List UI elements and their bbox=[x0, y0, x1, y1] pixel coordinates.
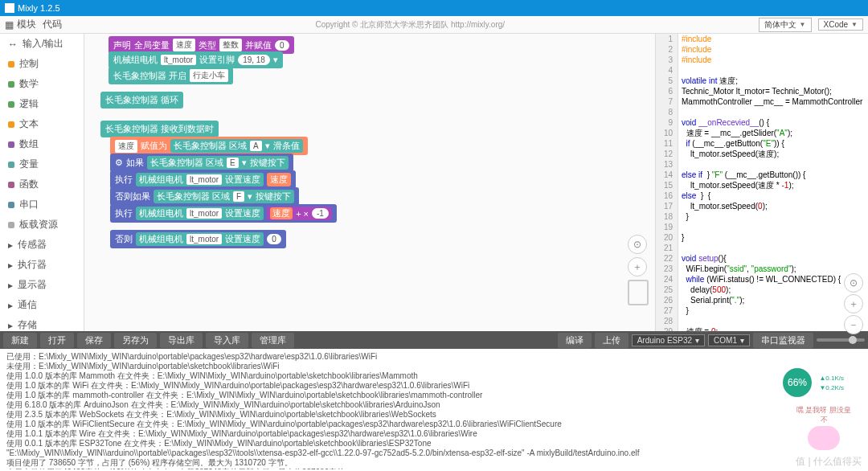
dot-icon bbox=[8, 182, 14, 188]
cat-io[interactable]: ↔ 输入/输出 bbox=[0, 34, 84, 54]
console-line: "E:\\Mixly_WIN\\Mixly_WIN\\arduino\\port… bbox=[6, 448, 862, 458]
cat-text[interactable]: 文本 bbox=[0, 114, 84, 134]
export-button[interactable]: 导出库 bbox=[160, 333, 203, 348]
code-line: 4 bbox=[656, 65, 868, 76]
dot-icon bbox=[8, 101, 14, 108]
dot-icon bbox=[8, 141, 14, 148]
code-center-button[interactable]: ⊙ bbox=[844, 273, 863, 293]
chevron-down-icon: ▼ bbox=[800, 21, 806, 28]
window-titlebar: Mixly 1.2.5 bbox=[0, 0, 868, 16]
code-line: 14else if } "F" (__mc__.getButton()) { bbox=[656, 170, 868, 180]
console-line: 使用 0.0.1 版本的库 ESP32Tone 在文件夹：E:\Mixly_WI… bbox=[6, 439, 862, 448]
code-zoom-out-button[interactable]: － bbox=[844, 315, 863, 334]
new-button[interactable]: 新建 bbox=[3, 333, 37, 348]
code-line: 10 速度 = __mc__.getSlider("A"); bbox=[656, 128, 868, 138]
cat-store[interactable]: ▸ 存储 bbox=[0, 315, 84, 331]
cat-logic[interactable]: 逻辑 bbox=[0, 94, 84, 114]
watermark-text: 值 | 什么值得买 bbox=[796, 457, 862, 466]
block-elseif[interactable]: 否则如果 长毛象控制器 区域F▾按键按下 bbox=[110, 187, 299, 206]
board-select[interactable]: Arduino ESP32▾ bbox=[632, 334, 705, 346]
center-button[interactable]: ⊙ bbox=[628, 235, 647, 254]
import-button[interactable]: 导入库 bbox=[206, 333, 248, 348]
cat-comm[interactable]: ▸ 通信 bbox=[0, 295, 84, 315]
action-bar: 新建 打开 保存 另存为 导出库 导入库 管理库 编译 上传 Arduino E… bbox=[0, 331, 868, 349]
code-panel: 1#include 2#include 3#include 45volatile… bbox=[655, 34, 868, 331]
dot-icon bbox=[8, 222, 14, 228]
code-line: 12 lt_motor.setSpeed(速度); bbox=[656, 149, 868, 159]
block-exec1[interactable]: 执行 机械组电机lt_motor设置速度 速度 bbox=[110, 170, 296, 189]
open-button[interactable]: 打开 bbox=[40, 333, 74, 348]
code-line: 18 } bbox=[656, 211, 868, 222]
code-zoom-controls: ⊙ ＋ － bbox=[844, 273, 863, 334]
console-line: 使用 1.0 版本的库 mammoth-controller 在文件夹：E:\M… bbox=[6, 391, 862, 400]
net-stats: ▲0.1K/s▼0.2K/s bbox=[819, 374, 844, 393]
dot-icon bbox=[8, 202, 14, 208]
code-zoom-in-button[interactable]: ＋ bbox=[844, 294, 863, 313]
cat-display[interactable]: ▸ 显示器 bbox=[0, 275, 84, 295]
monitor-button[interactable]: 串口监视器 bbox=[753, 333, 813, 348]
zoom-slider[interactable] bbox=[817, 338, 865, 342]
code-line: 25 delay(500); bbox=[656, 285, 868, 295]
top-toolbar: ▦ 模块 代码 Copyright © 北京师范大学米思齐团队 http://m… bbox=[0, 16, 868, 34]
language-select[interactable]: 简体中文▼ bbox=[759, 18, 812, 32]
compile-button[interactable]: 编译 bbox=[558, 333, 592, 348]
chevron-down-icon: ▼ bbox=[851, 21, 858, 28]
console-line: 项目使用了 738650 字节，占用了 (56%) 程序存储空间。最大为 131… bbox=[6, 458, 862, 468]
block-if[interactable]: ⚙ 如果 长毛象控制器 区域E▾按键按下 bbox=[110, 154, 293, 172]
code-line: 28 bbox=[656, 316, 868, 326]
code-line: 16else } { bbox=[656, 190, 868, 201]
block-motor-pin[interactable]: 机械组电机lt_motor设置引脚19, 18▾ bbox=[108, 51, 283, 68]
code-line: 27 } bbox=[656, 305, 868, 316]
block-else[interactable]: 否则 机械组电机lt_motor设置速度 0 bbox=[110, 230, 286, 248]
console-line: 使用 6.18.0 版本的库 ArduinoJson 在文件夹：E:\Mixly… bbox=[6, 400, 862, 410]
manage-button[interactable]: 管理库 bbox=[252, 333, 294, 348]
code-line: 13 bbox=[656, 159, 868, 170]
code-line: 2#include bbox=[656, 44, 868, 55]
cat-array[interactable]: 数组 bbox=[0, 134, 84, 154]
code-line: 11 if (__mc__.getButton("E")) { bbox=[656, 138, 868, 149]
cat-actuator[interactable]: ▸ 执行器 bbox=[0, 255, 84, 275]
code-line: 24 while (WiFi.status() != WL_CONNECTED)… bbox=[656, 274, 868, 285]
code-line: 17 lt_motor.setSpeed(0); bbox=[656, 201, 868, 211]
upload-button[interactable]: 上传 bbox=[595, 333, 628, 348]
app-icon bbox=[5, 3, 14, 13]
code-line: 8 bbox=[656, 107, 868, 117]
xcode-select[interactable]: XCode▼ bbox=[818, 18, 864, 31]
code-line: 23 WiFi.begin("ssid", "password"); bbox=[656, 264, 868, 274]
modules-tab[interactable]: ▦ 模块 bbox=[5, 18, 36, 31]
code-line: 3#include bbox=[656, 55, 868, 65]
block-assign[interactable]: 速度赋值为 长毛象控制器 区域A▾滑条值 bbox=[110, 137, 308, 155]
console-line: 使用 1.0 版本的库 WiFi 在文件夹：E:\Mixly_WIN\Mixly… bbox=[6, 381, 862, 391]
dot-icon bbox=[8, 81, 14, 88]
cat-func[interactable]: 函数 bbox=[0, 174, 84, 195]
saveas-button[interactable]: 另存为 bbox=[114, 333, 157, 348]
cat-control[interactable]: 控制 bbox=[0, 54, 84, 74]
block-exec2[interactable]: 执行 机械组电机lt_motor设置速度 速度+ ×-1 bbox=[110, 204, 337, 223]
code-line: 5volatile int 速度; bbox=[656, 76, 868, 86]
cat-serial[interactable]: 串口 bbox=[0, 195, 84, 215]
trash-icon[interactable] bbox=[628, 280, 649, 305]
cat-sensor[interactable]: ▸ 传感器 bbox=[0, 235, 84, 255]
code-line: 7MammothController __mc__ = MammothContr… bbox=[656, 96, 868, 107]
code-line: 26 Serial.print("."); bbox=[656, 295, 868, 305]
main-area: ↔ 输入/输出 控制 数学 逻辑 文本 数组 变量 函数 串口 板载资源 ▸ 传… bbox=[0, 34, 868, 331]
console-line: 已使用：E:\Mixly_WIN\Mixly_WIN\arduino\porta… bbox=[6, 352, 862, 362]
cat-var[interactable]: 变量 bbox=[0, 154, 84, 174]
cat-resource[interactable]: 板载资源 bbox=[0, 215, 84, 235]
block-loop[interactable]: 长毛象控制器 循环 bbox=[100, 92, 183, 109]
code-tab[interactable]: 代码 bbox=[43, 18, 62, 31]
console-line: 使用 1.0 版本的库 WiFiClientSecure 在文件夹：E:\Mix… bbox=[6, 420, 862, 429]
save-button[interactable]: 保存 bbox=[77, 333, 111, 348]
zoom-in-button[interactable]: ＋ bbox=[628, 257, 647, 276]
code-line: 6Technic_Motor lt_motor= Technic_Motor()… bbox=[656, 86, 868, 96]
port-select[interactable]: COM1▾ bbox=[708, 334, 750, 346]
console-output: 已使用：E:\Mixly_WIN\Mixly_WIN\arduino\porta… bbox=[0, 349, 868, 469]
cat-math[interactable]: 数学 bbox=[0, 74, 84, 94]
block-controller-open[interactable]: 长毛象控制器 开启行走小车 bbox=[108, 67, 233, 84]
block-onreceive[interactable]: 长毛象控制器 接收到数据时 bbox=[100, 121, 219, 137]
blocks-workspace[interactable]: 声明全局变量速度类型整数并赋值0 机械组电机lt_motor设置引脚19, 18… bbox=[84, 34, 655, 331]
console-line: 使用 1.0.1 版本的库 Wire 在文件夹：E:\Mixly_WIN\Mix… bbox=[6, 429, 862, 439]
code-line: 29 速度 = 0; bbox=[656, 326, 868, 331]
workspace-controls: ⊙ ＋ bbox=[628, 235, 649, 305]
console-line: 全局变量使用了40432字节，(12%)的动态内存，余留287248字节局部变量… bbox=[6, 468, 862, 469]
